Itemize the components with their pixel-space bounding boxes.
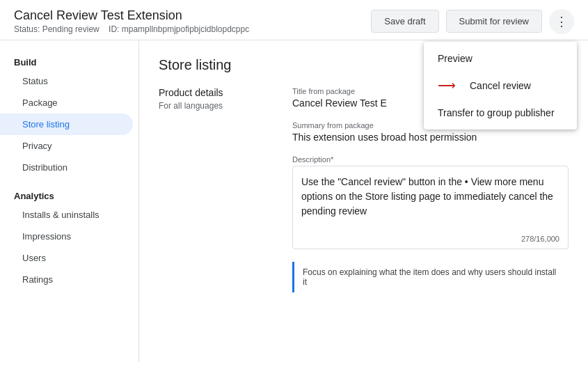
sidebar-item-ratings[interactable]: Ratings <box>0 269 133 290</box>
description-text: Use the "Cancel review" button in the • … <box>301 175 559 219</box>
description-field-label: Description* <box>292 155 569 164</box>
more-icon: ⋮ <box>555 14 568 29</box>
description-field-group: Description* Use the "Cancel review" but… <box>292 155 569 249</box>
transfer-label: Transfer to group publisher <box>438 107 555 118</box>
dropdown-menu: Preview ⟶ Cancel review Transfer to grou… <box>424 42 577 129</box>
save-draft-button[interactable]: Save draft <box>371 10 438 33</box>
product-details-title: Product details <box>159 87 270 98</box>
status-text: Status: Pending review <box>14 24 100 34</box>
description-box[interactable]: Use the "Cancel review" button in the • … <box>292 166 569 249</box>
sidebar-item-installs[interactable]: Installs & uninstalls <box>0 204 133 226</box>
sidebar-item-package[interactable]: Package <box>0 92 133 113</box>
dropdown-item-transfer[interactable]: Transfer to group publisher <box>424 100 577 125</box>
product-details-sub: For all languages <box>159 101 270 111</box>
header: Cancel Review Test Extension Status: Pen… <box>0 0 588 40</box>
summary-field-value: This extension uses broad host permissio… <box>292 132 569 143</box>
sidebar-item-impressions[interactable]: Impressions <box>0 226 133 247</box>
submit-review-button[interactable]: Submit for review <box>446 10 542 33</box>
preview-label: Preview <box>438 53 472 64</box>
more-options-button[interactable]: ⋮ <box>549 9 574 34</box>
sidebar: Build Status Package Store listing Priva… <box>0 40 139 362</box>
sidebar-item-store-listing[interactable]: Store listing <box>0 113 133 135</box>
sidebar-item-distribution[interactable]: Distribution <box>0 157 133 178</box>
id-text: ID: mpampllnbpmjpofipbjcidblopdcppc <box>109 24 249 34</box>
cancel-review-label: Cancel review <box>470 80 531 91</box>
sidebar-item-status[interactable]: Status <box>0 70 133 92</box>
sidebar-analytics-title: Analytics <box>0 185 138 204</box>
header-actions: Save draft Submit for review ⋮ <box>371 9 574 34</box>
arrow-icon: ⟶ <box>438 78 456 93</box>
focus-hint: Focus on explaining what the item does a… <box>292 262 569 292</box>
page-title: Cancel Review Test Extension <box>14 8 249 23</box>
product-label-col: Product details For all languages <box>159 87 270 292</box>
sidebar-build-title: Build <box>0 52 138 70</box>
dropdown-item-preview[interactable]: Preview <box>424 46 577 71</box>
dropdown-item-cancel-review[interactable]: ⟶ Cancel review <box>424 71 577 100</box>
sidebar-item-users[interactable]: Users <box>0 247 133 269</box>
header-left: Cancel Review Test Extension Status: Pen… <box>14 8 249 34</box>
description-counter: 278/16,000 <box>521 235 559 243</box>
sidebar-item-privacy[interactable]: Privacy <box>0 135 133 157</box>
header-subtitle: Status: Pending review ID: mpampllnbpmjp… <box>14 24 249 34</box>
